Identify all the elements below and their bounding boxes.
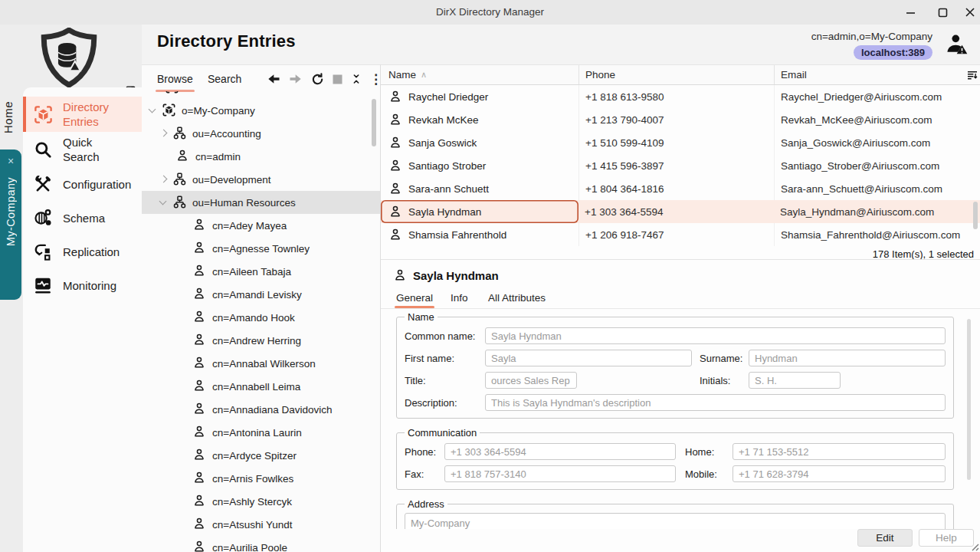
- tree-item[interactable]: cn=Agnesse Townley: [142, 237, 380, 260]
- sidebar-item-label: Quick Search: [63, 135, 113, 164]
- tree-item[interactable]: cn=Annabal Wilkerson: [142, 352, 380, 375]
- form-scrollbar-thumb[interactable]: [967, 319, 971, 480]
- schema-icon: [32, 207, 54, 228]
- tree-item[interactable]: cn=Atsushi Yundt: [142, 513, 380, 536]
- tree-item[interactable]: cn=Arnis Fowlkes: [142, 467, 380, 490]
- table-row[interactable]: Shamsia Fahrenthold +1 206 918-7467 Sham…: [381, 223, 980, 246]
- description-field[interactable]: [485, 394, 946, 411]
- home-phone-field[interactable]: [733, 443, 946, 460]
- initials-field[interactable]: [749, 372, 841, 389]
- close-button[interactable]: [957, 3, 980, 21]
- tree-item[interactable]: cn=Aurilia Poole: [142, 536, 380, 552]
- cell-name: Sara-ann Schuett: [408, 183, 489, 195]
- tab-general[interactable]: General: [396, 292, 433, 304]
- maximize-button[interactable]: [929, 3, 955, 21]
- refresh-icon[interactable]: [310, 72, 325, 87]
- sidebar-item-quick-search[interactable]: Quick Search: [23, 132, 142, 167]
- cell-email: Sayla_Hyndman@Airiuscom.com: [774, 200, 965, 223]
- title-field[interactable]: [485, 372, 577, 389]
- cell-email: Santiago_Strober@Airiuscom.com: [774, 154, 965, 177]
- table-row[interactable]: Revkah McKee +1 213 790-4007 Revkah_McKe…: [381, 108, 980, 131]
- page-header: Directory Entries cn=admin,o=My-Company …: [142, 25, 980, 64]
- field-label: Title:: [405, 375, 485, 386]
- tree-item[interactable]: cn=Adey Mayea: [142, 214, 380, 237]
- tree-item[interactable]: cn=Andrew Herring: [142, 329, 380, 352]
- tab-all-attributes[interactable]: All Attributes: [488, 292, 546, 304]
- sort-asc-icon[interactable]: ∧: [421, 70, 427, 80]
- sidebar-item-monitoring[interactable]: Monitoring: [23, 268, 142, 302]
- common-name-field[interactable]: [485, 327, 946, 344]
- close-connection-icon[interactable]: ×: [8, 156, 14, 166]
- chevron-down-icon[interactable]: [157, 196, 169, 209]
- tree-item[interactable]: cn=Amandi Levisky: [142, 283, 380, 306]
- browser-panel: Browse Search ⋮ o=My-Company: [142, 64, 381, 552]
- person-icon: [192, 448, 208, 463]
- user-warning-icon[interactable]: [943, 31, 971, 59]
- cell-phone: +1 415 596-3897: [578, 154, 774, 177]
- chevron-down-icon[interactable]: [146, 104, 159, 117]
- table-row-selected[interactable]: Sayla Hyndman +1 303 364-5594 Sayla_Hynd…: [381, 200, 980, 223]
- tree-item[interactable]: cn=Annadiana Davidovich: [142, 398, 380, 421]
- person-icon: [388, 113, 402, 127]
- chevron-right-icon[interactable]: [157, 173, 169, 186]
- tree-item[interactable]: ou=Accounting: [142, 122, 380, 145]
- fax-field[interactable]: [444, 465, 676, 482]
- sidebar-item-replication[interactable]: Replication: [23, 235, 142, 268]
- tree-item[interactable]: cn=Aileen Tabaja: [142, 260, 380, 283]
- column-header-email[interactable]: Email: [774, 65, 965, 84]
- back-icon[interactable]: [266, 71, 281, 87]
- connection-tab-my-company[interactable]: × My-Company: [0, 150, 21, 300]
- table-row[interactable]: Raychel Driedger +1 818 613-9580 Raychel…: [381, 85, 980, 108]
- tab-browse[interactable]: Browse: [157, 73, 193, 85]
- edit-button[interactable]: Edit: [857, 529, 913, 547]
- surname-field[interactable]: [749, 350, 946, 366]
- tree-item[interactable]: o=My-Company: [142, 99, 380, 122]
- table-row[interactable]: Sanja Goswick +1 510 599-4109 Sanja_Gosw…: [381, 131, 980, 154]
- column-header-name[interactable]: Name ∧: [381, 65, 578, 84]
- mobile-field[interactable]: [733, 465, 946, 482]
- name-section-legend: Name: [405, 311, 438, 323]
- collapse-all-icon[interactable]: [350, 73, 362, 85]
- column-header-phone[interactable]: Phone: [578, 65, 774, 84]
- tree-item[interactable]: cn=Ardyce Spitzer: [142, 444, 380, 467]
- minimize-button[interactable]: [897, 3, 923, 21]
- tree-item[interactable]: cn=admin: [142, 145, 380, 168]
- person-icon: [192, 425, 208, 440]
- tree-item-partial[interactable]: [142, 91, 380, 99]
- column-settings-icon[interactable]: [965, 69, 980, 81]
- tree-item[interactable]: cn=Amando Hook: [142, 306, 380, 329]
- tree-item-label: cn=Annabal Wilkerson: [212, 358, 316, 370]
- first-name-field[interactable]: [485, 350, 692, 366]
- address-field[interactable]: [405, 513, 946, 531]
- phone-field[interactable]: [444, 443, 676, 460]
- tree-item[interactable]: cn=Annabell Leima: [142, 375, 380, 398]
- tree-item[interactable]: cn=Antonina Laurin: [142, 421, 380, 444]
- home-rail-label[interactable]: Home: [2, 101, 15, 133]
- sidebar-item-label: Schema: [63, 211, 105, 225]
- tab-search[interactable]: Search: [208, 73, 241, 85]
- person-icon: [192, 264, 208, 279]
- cell-email: Raychel_Driedger@Airiuscom.com: [774, 85, 965, 108]
- monitor-pulse-icon: [32, 274, 54, 296]
- table-scrollbar-thumb[interactable]: [973, 202, 978, 229]
- person-icon: [388, 228, 402, 242]
- tab-info[interactable]: Info: [451, 292, 468, 304]
- tree-item-selected[interactable]: ou=Human Resources: [142, 191, 380, 214]
- person-icon: [192, 540, 208, 552]
- tree-item[interactable]: cn=Ashly Stercyk: [142, 490, 380, 513]
- entry-header: Sayla Hyndman: [393, 268, 499, 282]
- table-row[interactable]: Santiago Strober +1 415 596-3897 Santiag…: [381, 154, 980, 177]
- sidebar-item-directory-entries[interactable]: Directory Entries: [23, 97, 142, 132]
- tree-item[interactable]: ou=Development: [142, 168, 380, 191]
- stop-icon[interactable]: [332, 74, 343, 85]
- sidebar-item-configuration[interactable]: Configuration: [23, 167, 142, 201]
- tree-scrollbar-thumb[interactable]: [372, 99, 376, 146]
- chevron-right-icon[interactable]: [157, 127, 169, 140]
- help-button[interactable]: Help: [919, 529, 974, 547]
- directory-tree: o=My-Company ou=Accounting cn=admin ou=D…: [142, 91, 380, 552]
- forward-icon[interactable]: [288, 71, 303, 87]
- tree-item-label: cn=Arnis Fowlkes: [212, 473, 293, 485]
- resize-grip[interactable]: [970, 542, 979, 551]
- sidebar-item-schema[interactable]: Schema: [23, 201, 142, 235]
- table-row[interactable]: Sara-ann Schuett +1 804 364-1816 Sara-an…: [381, 177, 980, 200]
